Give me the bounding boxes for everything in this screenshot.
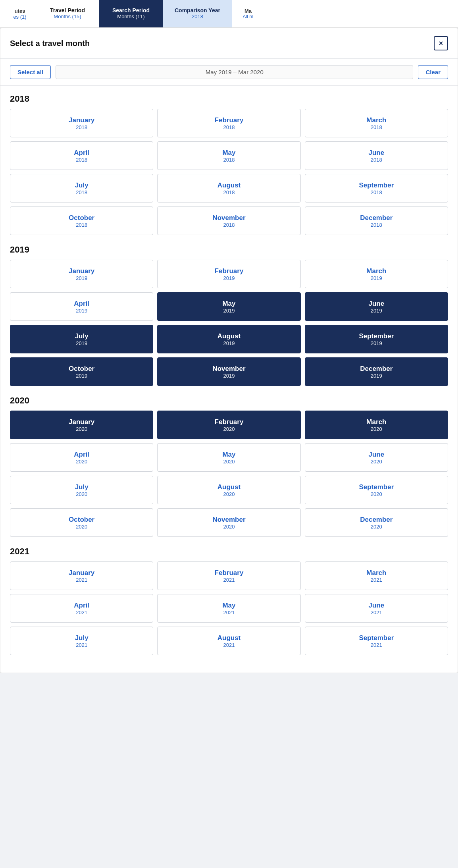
month-cell-december-2020[interactable]: December2020 [305,508,448,537]
month-cell-march-2020[interactable]: March2020 [305,411,448,439]
month-cell-december-2019[interactable]: December2019 [305,357,448,386]
month-year-label-march-2020: 2020 [371,426,382,432]
month-cell-april-2019[interactable]: April2019 [10,292,153,321]
close-button[interactable]: × [434,36,448,50]
year-label-2019: 2019 [10,245,448,255]
month-cell-may-2019[interactable]: May2019 [157,292,300,321]
month-cell-october-2020[interactable]: October2020 [10,508,153,537]
month-cell-july-2020[interactable]: July2020 [10,476,153,504]
month-name-may-2018: May [222,149,235,157]
tab-search-period[interactable]: Search Period Months (11) [99,0,163,27]
modal-title: Select a travel month [10,39,90,48]
month-name-april-2019: April [74,300,89,308]
month-cell-april-2021[interactable]: April2021 [10,594,153,623]
month-cell-february-2019[interactable]: February2019 [157,260,300,288]
month-cell-may-2021[interactable]: May2021 [157,594,300,623]
select-all-button[interactable]: Select all [10,65,51,79]
month-cell-january-2020[interactable]: January2020 [10,411,153,439]
month-cell-march-2021[interactable]: March2021 [305,561,448,590]
month-year-label-december-2018: 2018 [371,222,382,228]
tab-ma[interactable]: Ma All m [232,0,264,27]
month-cell-august-2020[interactable]: August2020 [157,476,300,504]
month-name-august-2019: August [217,332,241,340]
month-name-march-2020: March [366,418,386,426]
months-grid-2021: January2021February2021March2021April202… [10,561,448,655]
month-cell-january-2018[interactable]: January2018 [10,109,153,137]
month-cell-february-2018[interactable]: February2018 [157,109,300,137]
month-cell-september-2019[interactable]: September2019 [305,325,448,353]
month-year-label-april-2019: 2019 [76,308,87,314]
month-cell-september-2018[interactable]: September2018 [305,174,448,203]
month-year-label-march-2021: 2021 [371,577,382,583]
month-cell-november-2020[interactable]: November2020 [157,508,300,537]
month-cell-october-2019[interactable]: October2019 [10,357,153,386]
month-cell-september-2021[interactable]: September2021 [305,627,448,655]
month-cell-april-2018[interactable]: April2018 [10,141,153,170]
month-name-december-2018: December [360,214,393,222]
month-cell-june-2019[interactable]: June2019 [305,292,448,321]
month-name-july-2019: July [75,332,89,340]
year-section-2018: 2018January2018February2018March2018Apri… [10,94,448,235]
month-year-label-october-2019: 2019 [76,373,87,379]
month-year-label-april-2018: 2018 [76,157,87,163]
month-year-label-december-2020: 2020 [371,524,382,530]
month-name-august-2018: August [217,181,241,189]
modal-header: Select a travel month × [0,28,458,59]
month-cell-february-2021[interactable]: February2021 [157,561,300,590]
month-year-label-august-2018: 2018 [223,189,235,195]
month-cell-january-2021[interactable]: January2021 [10,561,153,590]
month-cell-june-2020[interactable]: June2020 [305,443,448,472]
month-cell-april-2020[interactable]: April2020 [10,443,153,472]
month-name-november-2020: November [212,516,245,524]
tab-routes[interactable]: utes es (1) [4,0,36,27]
month-year-label-september-2019: 2019 [371,340,382,346]
month-cell-february-2020[interactable]: February2020 [157,411,300,439]
month-cell-october-2018[interactable]: October2018 [10,206,153,235]
month-year-label-january-2019: 2019 [76,275,87,281]
tab-comparison-year-sublabel: 2018 [192,14,203,19]
month-name-september-2021: September [359,634,394,642]
clear-button[interactable]: Clear [418,65,448,79]
month-cell-june-2018[interactable]: June2018 [305,141,448,170]
month-year-label-may-2019: 2019 [223,308,235,314]
month-year-label-september-2020: 2020 [371,491,382,497]
year-label-2018: 2018 [10,94,448,104]
month-cell-september-2020[interactable]: September2020 [305,476,448,504]
month-cell-july-2019[interactable]: July2019 [10,325,153,353]
month-cell-may-2020[interactable]: May2020 [157,443,300,472]
month-cell-december-2018[interactable]: December2018 [305,206,448,235]
month-cell-november-2018[interactable]: November2018 [157,206,300,235]
month-name-april-2018: April [74,149,89,157]
month-name-june-2018: June [368,149,384,157]
tab-travel-period-sublabel: Months (15) [54,14,81,19]
tab-search-period-label: Search Period [112,7,150,14]
month-year-label-july-2020: 2020 [76,491,87,497]
tab-comparison-year[interactable]: Comparison Year 2018 [163,0,232,27]
month-year-label-august-2019: 2019 [223,340,235,346]
month-cell-july-2018[interactable]: July2018 [10,174,153,203]
month-year-label-september-2018: 2018 [371,189,382,195]
month-cell-august-2018[interactable]: August2018 [157,174,300,203]
month-cell-august-2019[interactable]: August2019 [157,325,300,353]
month-cell-june-2021[interactable]: June2021 [305,594,448,623]
month-year-label-march-2019: 2019 [371,275,382,281]
month-year-label-november-2020: 2020 [223,524,235,530]
month-cell-march-2018[interactable]: March2018 [305,109,448,137]
month-cell-july-2021[interactable]: July2021 [10,627,153,655]
month-year-label-february-2021: 2021 [223,577,235,583]
tab-travel-period[interactable]: Travel Period Months (15) [36,0,99,27]
month-name-december-2019: December [360,365,393,373]
month-name-march-2021: March [366,569,386,577]
tab-ma-sublabel: All m [243,14,254,19]
month-year-label-january-2021: 2021 [76,577,87,583]
month-cell-march-2019[interactable]: March2019 [305,260,448,288]
month-name-october-2019: October [69,365,94,373]
month-name-february-2018: February [215,116,244,124]
month-cell-november-2019[interactable]: November2019 [157,357,300,386]
month-year-label-january-2018: 2018 [76,124,87,130]
month-cell-may-2018[interactable]: May2018 [157,141,300,170]
month-cell-january-2019[interactable]: January2019 [10,260,153,288]
month-name-january-2018: January [69,116,94,124]
year-label-2020: 2020 [10,395,448,406]
month-cell-august-2021[interactable]: August2021 [157,627,300,655]
